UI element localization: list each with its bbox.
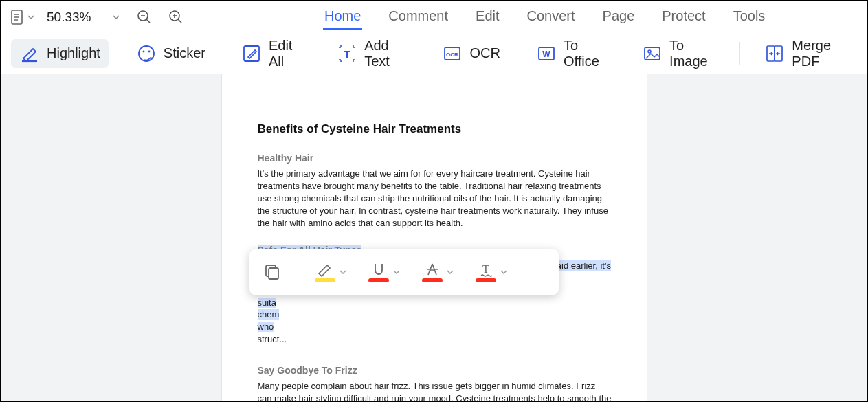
toolbar-separator xyxy=(739,42,740,65)
svg-text:W: W xyxy=(542,49,550,59)
merge-pdf-button[interactable]: Merge PDF xyxy=(756,34,857,74)
svg-point-14 xyxy=(148,50,150,52)
ft-squiggly-group: T xyxy=(473,260,507,284)
ocr-label: OCR xyxy=(469,45,500,61)
merge-pdf-icon xyxy=(764,43,785,64)
to-office-label: To Office xyxy=(564,38,606,69)
section-body-1: It's the primary advantage that we aim f… xyxy=(258,168,612,230)
edit-all-button[interactable]: Edit All xyxy=(233,34,309,74)
section-heading-1: Healthy Hair xyxy=(258,153,612,164)
edit-all-label: Edit All xyxy=(269,38,301,69)
to-office-icon: W xyxy=(536,43,557,64)
merge-pdf-label: Merge PDF xyxy=(792,38,849,69)
svg-line-5 xyxy=(146,19,150,23)
ft-underline-dropdown[interactable] xyxy=(393,270,400,274)
highlight-color-swatch xyxy=(315,278,335,282)
strike-color-swatch xyxy=(422,278,443,282)
svg-text:T: T xyxy=(344,48,350,60)
selection-toolbar: T xyxy=(249,249,559,295)
add-text-icon: T xyxy=(337,43,357,64)
ft-highlight-group xyxy=(312,260,346,284)
tab-convert[interactable]: Convert xyxy=(526,4,577,30)
document-icon[interactable] xyxy=(10,9,25,25)
ribbon-toolbar: Highlight Sticker Edit All T Add Text OC… xyxy=(1,33,867,74)
menubar: 50.33% Home Comment Edit Convert Page Pr… xyxy=(1,1,867,33)
squiggly-color-swatch xyxy=(476,278,496,282)
document-viewport[interactable]: Benefits of Cysteine Hair Treatments Hea… xyxy=(1,74,867,402)
svg-point-12 xyxy=(139,46,154,61)
add-text-label: Add Text xyxy=(364,38,406,69)
sticker-button[interactable]: Sticker xyxy=(128,39,214,68)
svg-line-8 xyxy=(178,19,181,23)
zoom-in-button[interactable] xyxy=(166,8,186,27)
section-body-3: Many people complain about hair frizz. T… xyxy=(258,380,612,402)
underline-color-swatch xyxy=(368,278,389,282)
page-title: Benefits of Cysteine Hair Treatments xyxy=(258,122,612,136)
edit-all-icon xyxy=(241,43,262,64)
add-text-button[interactable]: T Add Text xyxy=(329,34,414,74)
highlight-label: Highlight xyxy=(47,45,100,61)
to-image-label: To Image xyxy=(669,38,714,69)
to-image-button[interactable]: To Image xyxy=(634,34,722,74)
section-heading-3: Say Goodbye To Frizz xyxy=(258,365,612,376)
ocr-button[interactable]: OCR OCR xyxy=(434,39,508,68)
tab-home[interactable]: Home xyxy=(323,4,362,30)
tab-page[interactable]: Page xyxy=(601,4,636,30)
ft-squiggly-button[interactable]: T xyxy=(473,260,499,284)
ft-squiggly-dropdown[interactable] xyxy=(500,270,507,274)
copy-button[interactable] xyxy=(259,261,284,283)
ft-underline-button[interactable] xyxy=(366,260,392,284)
to-office-button[interactable]: W To Office xyxy=(528,34,614,74)
svg-point-22 xyxy=(648,50,651,53)
zoom-out-button[interactable] xyxy=(135,8,154,27)
ft-strike-button[interactable] xyxy=(419,260,445,284)
svg-rect-26 xyxy=(269,268,278,279)
ocr-icon: OCR xyxy=(442,43,463,64)
ft-highlight-button[interactable] xyxy=(312,260,338,284)
tab-tools[interactable]: Tools xyxy=(732,4,767,30)
doc-dropdown-icon[interactable] xyxy=(27,15,34,19)
ft-separator xyxy=(298,260,298,284)
tab-comment[interactable]: Comment xyxy=(387,4,449,30)
to-image-icon xyxy=(642,43,663,64)
highlight-icon xyxy=(19,43,40,64)
ft-strike-group xyxy=(419,260,454,284)
svg-text:OCR: OCR xyxy=(447,52,459,58)
tab-protect[interactable]: Protect xyxy=(660,4,706,30)
zoom-group: 50.33% xyxy=(47,8,186,27)
main-tabs: Home Comment Edit Convert Page Protect T… xyxy=(323,4,766,30)
ft-highlight-dropdown[interactable] xyxy=(340,270,346,274)
zoom-value[interactable]: 50.33% xyxy=(47,10,100,25)
ft-strike-dropdown[interactable] xyxy=(447,270,454,274)
sticker-label: Sticker xyxy=(164,45,205,61)
highlight-button[interactable]: Highlight xyxy=(11,39,109,68)
zoom-dropdown-icon[interactable] xyxy=(113,15,122,19)
ft-underline-group xyxy=(366,260,400,284)
tab-edit[interactable]: Edit xyxy=(474,4,500,30)
pdf-page[interactable]: Benefits of Cysteine Hair Treatments Hea… xyxy=(222,74,647,402)
svg-point-13 xyxy=(142,50,144,52)
sticker-icon xyxy=(136,43,157,64)
svg-text:T: T xyxy=(482,263,489,275)
